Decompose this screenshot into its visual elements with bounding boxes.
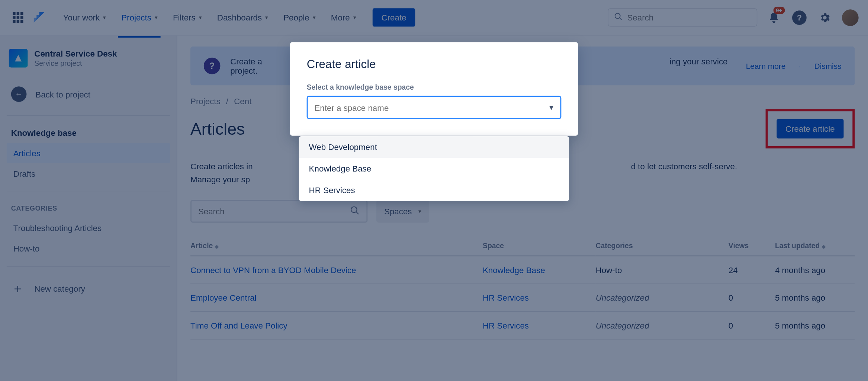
- space-dropdown: Web Development Knowledge Base HR Servic…: [299, 136, 569, 201]
- modal-field-label: Select a knowledge base space: [307, 83, 562, 91]
- chevron-down-icon: ▾: [549, 102, 554, 112]
- space-option-hr-services[interactable]: HR Services: [299, 179, 569, 201]
- create-article-modal: Create article Select a knowledge base s…: [290, 42, 578, 136]
- space-select[interactable]: ▾: [307, 96, 562, 119]
- space-option-knowledge-base[interactable]: Knowledge Base: [299, 158, 569, 179]
- space-select-input[interactable]: [314, 103, 549, 112]
- modal-title: Create article: [307, 58, 562, 71]
- space-option-web-development[interactable]: Web Development: [299, 136, 569, 158]
